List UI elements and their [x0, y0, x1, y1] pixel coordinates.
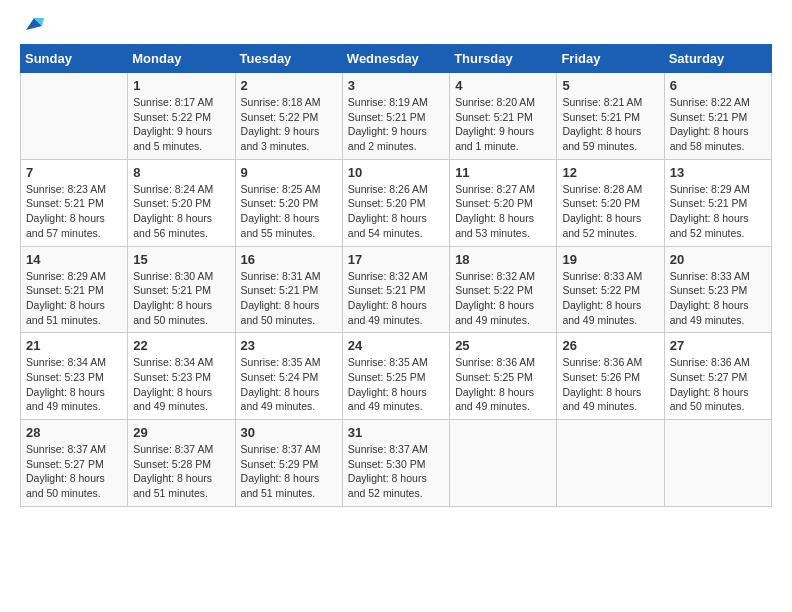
day-number: 23: [241, 338, 337, 353]
calendar-cell: 8Sunrise: 8:24 AMSunset: 5:20 PMDaylight…: [128, 159, 235, 246]
calendar-cell: 18Sunrise: 8:32 AMSunset: 5:22 PMDayligh…: [450, 246, 557, 333]
cell-sun-info: Sunrise: 8:35 AMSunset: 5:24 PMDaylight:…: [241, 355, 337, 414]
column-header-tuesday: Tuesday: [235, 45, 342, 73]
cell-sun-info: Sunrise: 8:23 AMSunset: 5:21 PMDaylight:…: [26, 182, 122, 241]
cell-sun-info: Sunrise: 8:34 AMSunset: 5:23 PMDaylight:…: [133, 355, 229, 414]
cell-sun-info: Sunrise: 8:33 AMSunset: 5:23 PMDaylight:…: [670, 269, 766, 328]
cell-sun-info: Sunrise: 8:34 AMSunset: 5:23 PMDaylight:…: [26, 355, 122, 414]
day-number: 19: [562, 252, 658, 267]
column-header-monday: Monday: [128, 45, 235, 73]
cell-sun-info: Sunrise: 8:17 AMSunset: 5:22 PMDaylight:…: [133, 95, 229, 154]
day-number: 18: [455, 252, 551, 267]
calendar-cell: 25Sunrise: 8:36 AMSunset: 5:25 PMDayligh…: [450, 333, 557, 420]
calendar-cell: 24Sunrise: 8:35 AMSunset: 5:25 PMDayligh…: [342, 333, 449, 420]
day-number: 1: [133, 78, 229, 93]
cell-sun-info: Sunrise: 8:29 AMSunset: 5:21 PMDaylight:…: [26, 269, 122, 328]
day-number: 4: [455, 78, 551, 93]
calendar-cell: 15Sunrise: 8:30 AMSunset: 5:21 PMDayligh…: [128, 246, 235, 333]
day-number: 9: [241, 165, 337, 180]
calendar-week-row: 14Sunrise: 8:29 AMSunset: 5:21 PMDayligh…: [21, 246, 772, 333]
day-number: 26: [562, 338, 658, 353]
cell-sun-info: Sunrise: 8:29 AMSunset: 5:21 PMDaylight:…: [670, 182, 766, 241]
calendar-cell: [557, 420, 664, 507]
calendar-cell: 14Sunrise: 8:29 AMSunset: 5:21 PMDayligh…: [21, 246, 128, 333]
calendar-cell: 11Sunrise: 8:27 AMSunset: 5:20 PMDayligh…: [450, 159, 557, 246]
cell-sun-info: Sunrise: 8:18 AMSunset: 5:22 PMDaylight:…: [241, 95, 337, 154]
calendar-cell: 10Sunrise: 8:26 AMSunset: 5:20 PMDayligh…: [342, 159, 449, 246]
column-header-friday: Friday: [557, 45, 664, 73]
day-number: 7: [26, 165, 122, 180]
calendar-cell: 23Sunrise: 8:35 AMSunset: 5:24 PMDayligh…: [235, 333, 342, 420]
day-number: 6: [670, 78, 766, 93]
cell-sun-info: Sunrise: 8:24 AMSunset: 5:20 PMDaylight:…: [133, 182, 229, 241]
calendar-cell: 6Sunrise: 8:22 AMSunset: 5:21 PMDaylight…: [664, 73, 771, 160]
cell-sun-info: Sunrise: 8:22 AMSunset: 5:21 PMDaylight:…: [670, 95, 766, 154]
calendar-cell: [21, 73, 128, 160]
day-number: 15: [133, 252, 229, 267]
calendar-cell: 16Sunrise: 8:31 AMSunset: 5:21 PMDayligh…: [235, 246, 342, 333]
day-number: 20: [670, 252, 766, 267]
calendar-cell: 19Sunrise: 8:33 AMSunset: 5:22 PMDayligh…: [557, 246, 664, 333]
cell-sun-info: Sunrise: 8:20 AMSunset: 5:21 PMDaylight:…: [455, 95, 551, 154]
calendar-cell: 22Sunrise: 8:34 AMSunset: 5:23 PMDayligh…: [128, 333, 235, 420]
calendar-cell: [664, 420, 771, 507]
calendar-week-row: 7Sunrise: 8:23 AMSunset: 5:21 PMDaylight…: [21, 159, 772, 246]
cell-sun-info: Sunrise: 8:30 AMSunset: 5:21 PMDaylight:…: [133, 269, 229, 328]
day-number: 24: [348, 338, 444, 353]
calendar-header-row: SundayMondayTuesdayWednesdayThursdayFrid…: [21, 45, 772, 73]
day-number: 30: [241, 425, 337, 440]
cell-sun-info: Sunrise: 8:26 AMSunset: 5:20 PMDaylight:…: [348, 182, 444, 241]
logo: [20, 20, 44, 34]
day-number: 8: [133, 165, 229, 180]
calendar-cell: 31Sunrise: 8:37 AMSunset: 5:30 PMDayligh…: [342, 420, 449, 507]
day-number: 10: [348, 165, 444, 180]
day-number: 27: [670, 338, 766, 353]
calendar-cell: [450, 420, 557, 507]
day-number: 2: [241, 78, 337, 93]
cell-sun-info: Sunrise: 8:36 AMSunset: 5:25 PMDaylight:…: [455, 355, 551, 414]
day-number: 25: [455, 338, 551, 353]
calendar-week-row: 21Sunrise: 8:34 AMSunset: 5:23 PMDayligh…: [21, 333, 772, 420]
cell-sun-info: Sunrise: 8:32 AMSunset: 5:21 PMDaylight:…: [348, 269, 444, 328]
page-header: [20, 20, 772, 34]
day-number: 17: [348, 252, 444, 267]
column-header-sunday: Sunday: [21, 45, 128, 73]
day-number: 11: [455, 165, 551, 180]
column-header-thursday: Thursday: [450, 45, 557, 73]
calendar-cell: 27Sunrise: 8:36 AMSunset: 5:27 PMDayligh…: [664, 333, 771, 420]
cell-sun-info: Sunrise: 8:32 AMSunset: 5:22 PMDaylight:…: [455, 269, 551, 328]
day-number: 22: [133, 338, 229, 353]
calendar-cell: 12Sunrise: 8:28 AMSunset: 5:20 PMDayligh…: [557, 159, 664, 246]
day-number: 12: [562, 165, 658, 180]
cell-sun-info: Sunrise: 8:37 AMSunset: 5:28 PMDaylight:…: [133, 442, 229, 501]
day-number: 28: [26, 425, 122, 440]
cell-sun-info: Sunrise: 8:36 AMSunset: 5:27 PMDaylight:…: [670, 355, 766, 414]
calendar-table: SundayMondayTuesdayWednesdayThursdayFrid…: [20, 44, 772, 507]
day-number: 3: [348, 78, 444, 93]
calendar-cell: 5Sunrise: 8:21 AMSunset: 5:21 PMDaylight…: [557, 73, 664, 160]
day-number: 14: [26, 252, 122, 267]
cell-sun-info: Sunrise: 8:37 AMSunset: 5:29 PMDaylight:…: [241, 442, 337, 501]
calendar-cell: 29Sunrise: 8:37 AMSunset: 5:28 PMDayligh…: [128, 420, 235, 507]
column-header-saturday: Saturday: [664, 45, 771, 73]
calendar-cell: 20Sunrise: 8:33 AMSunset: 5:23 PMDayligh…: [664, 246, 771, 333]
calendar-cell: 28Sunrise: 8:37 AMSunset: 5:27 PMDayligh…: [21, 420, 128, 507]
cell-sun-info: Sunrise: 8:37 AMSunset: 5:30 PMDaylight:…: [348, 442, 444, 501]
day-number: 5: [562, 78, 658, 93]
cell-sun-info: Sunrise: 8:31 AMSunset: 5:21 PMDaylight:…: [241, 269, 337, 328]
day-number: 29: [133, 425, 229, 440]
calendar-cell: 13Sunrise: 8:29 AMSunset: 5:21 PMDayligh…: [664, 159, 771, 246]
cell-sun-info: Sunrise: 8:35 AMSunset: 5:25 PMDaylight:…: [348, 355, 444, 414]
calendar-week-row: 1Sunrise: 8:17 AMSunset: 5:22 PMDaylight…: [21, 73, 772, 160]
cell-sun-info: Sunrise: 8:33 AMSunset: 5:22 PMDaylight:…: [562, 269, 658, 328]
calendar-cell: 9Sunrise: 8:25 AMSunset: 5:20 PMDaylight…: [235, 159, 342, 246]
calendar-cell: 1Sunrise: 8:17 AMSunset: 5:22 PMDaylight…: [128, 73, 235, 160]
cell-sun-info: Sunrise: 8:36 AMSunset: 5:26 PMDaylight:…: [562, 355, 658, 414]
cell-sun-info: Sunrise: 8:27 AMSunset: 5:20 PMDaylight:…: [455, 182, 551, 241]
cell-sun-info: Sunrise: 8:21 AMSunset: 5:21 PMDaylight:…: [562, 95, 658, 154]
cell-sun-info: Sunrise: 8:28 AMSunset: 5:20 PMDaylight:…: [562, 182, 658, 241]
day-number: 16: [241, 252, 337, 267]
day-number: 21: [26, 338, 122, 353]
calendar-cell: 30Sunrise: 8:37 AMSunset: 5:29 PMDayligh…: [235, 420, 342, 507]
cell-sun-info: Sunrise: 8:37 AMSunset: 5:27 PMDaylight:…: [26, 442, 122, 501]
